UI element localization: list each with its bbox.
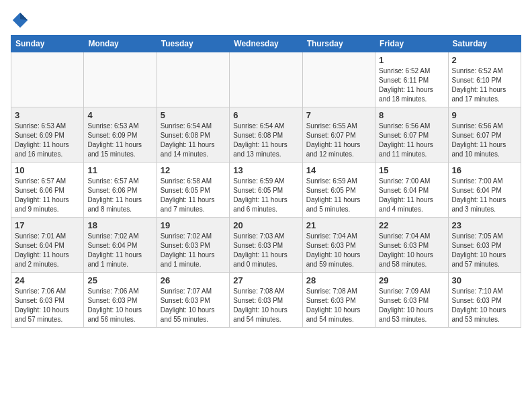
day-number: 4 <box>87 110 152 120</box>
day-detail: Sunrise: 6:53 AM Sunset: 6:09 PM Dayligh… <box>15 122 80 159</box>
day-number: 12 <box>161 165 226 175</box>
calendar-day <box>11 52 84 107</box>
weekday-header-sunday: Sunday <box>11 36 84 52</box>
calendar-day: 30Sunrise: 7:10 AM Sunset: 6:03 PM Dayli… <box>448 273 521 328</box>
day-detail: Sunrise: 7:02 AM Sunset: 6:04 PM Dayligh… <box>87 232 152 269</box>
weekday-header-saturday: Saturday <box>448 36 521 52</box>
day-detail: Sunrise: 7:00 AM Sunset: 6:04 PM Dayligh… <box>379 177 444 214</box>
calendar-day: 29Sunrise: 7:09 AM Sunset: 6:03 PM Dayli… <box>375 273 448 328</box>
day-number: 26 <box>161 275 226 285</box>
calendar-day: 15Sunrise: 7:00 AM Sunset: 6:04 PM Dayli… <box>375 163 448 218</box>
day-detail: Sunrise: 6:59 AM Sunset: 6:05 PM Dayligh… <box>306 177 371 214</box>
day-detail: Sunrise: 7:04 AM Sunset: 6:03 PM Dayligh… <box>306 232 371 269</box>
day-detail: Sunrise: 6:59 AM Sunset: 6:05 PM Dayligh… <box>233 177 298 214</box>
calendar-day: 24Sunrise: 7:06 AM Sunset: 6:03 PM Dayli… <box>11 273 84 328</box>
calendar-day: 17Sunrise: 7:01 AM Sunset: 6:04 PM Dayli… <box>11 218 84 273</box>
weekday-header-friday: Friday <box>375 36 448 52</box>
day-detail: Sunrise: 7:04 AM Sunset: 6:03 PM Dayligh… <box>379 232 444 269</box>
calendar-day: 7Sunrise: 6:55 AM Sunset: 6:07 PM Daylig… <box>302 107 375 163</box>
logo-icon <box>11 11 30 30</box>
day-number: 11 <box>87 165 152 175</box>
weekday-header-wednesday: Wednesday <box>230 36 302 52</box>
calendar-day: 16Sunrise: 7:00 AM Sunset: 6:04 PM Dayli… <box>448 163 521 218</box>
day-detail: Sunrise: 6:58 AM Sunset: 6:05 PM Dayligh… <box>161 177 226 214</box>
week-row-5: 24Sunrise: 7:06 AM Sunset: 6:03 PM Dayli… <box>11 273 521 328</box>
day-number: 20 <box>233 220 298 230</box>
day-number: 28 <box>306 275 371 285</box>
day-detail: Sunrise: 6:52 AM Sunset: 6:11 PM Dayligh… <box>379 66 444 104</box>
day-detail: Sunrise: 7:08 AM Sunset: 6:03 PM Dayligh… <box>233 287 298 324</box>
calendar-day: 2Sunrise: 6:52 AM Sunset: 6:10 PM Daylig… <box>448 52 521 107</box>
logo <box>11 11 32 30</box>
day-detail: Sunrise: 6:57 AM Sunset: 6:06 PM Dayligh… <box>87 177 152 214</box>
day-detail: Sunrise: 7:10 AM Sunset: 6:03 PM Dayligh… <box>452 287 517 324</box>
calendar-day <box>302 52 375 107</box>
day-number: 9 <box>452 110 517 120</box>
calendar-day: 9Sunrise: 6:56 AM Sunset: 6:07 PM Daylig… <box>448 107 521 163</box>
day-number: 27 <box>233 275 298 285</box>
day-number: 24 <box>15 275 80 285</box>
weekday-header-monday: Monday <box>84 36 157 52</box>
day-number: 15 <box>379 165 444 175</box>
day-number: 25 <box>87 275 152 285</box>
calendar-day: 21Sunrise: 7:04 AM Sunset: 6:03 PM Dayli… <box>302 218 375 273</box>
calendar-day: 28Sunrise: 7:08 AM Sunset: 6:03 PM Dayli… <box>302 273 375 328</box>
svg-marker-1 <box>20 13 28 20</box>
week-row-3: 10Sunrise: 6:57 AM Sunset: 6:06 PM Dayli… <box>11 163 521 218</box>
day-detail: Sunrise: 6:54 AM Sunset: 6:08 PM Dayligh… <box>161 122 226 159</box>
calendar-day: 8Sunrise: 6:56 AM Sunset: 6:07 PM Daylig… <box>375 107 448 163</box>
calendar-day: 11Sunrise: 6:57 AM Sunset: 6:06 PM Dayli… <box>84 163 157 218</box>
calendar-day: 27Sunrise: 7:08 AM Sunset: 6:03 PM Dayli… <box>230 273 302 328</box>
day-number: 23 <box>452 220 517 230</box>
day-detail: Sunrise: 7:06 AM Sunset: 6:03 PM Dayligh… <box>15 287 80 324</box>
week-row-1: 1Sunrise: 6:52 AM Sunset: 6:11 PM Daylig… <box>11 52 521 107</box>
calendar-day: 4Sunrise: 6:53 AM Sunset: 6:09 PM Daylig… <box>84 107 157 163</box>
day-detail: Sunrise: 7:05 AM Sunset: 6:03 PM Dayligh… <box>452 232 517 269</box>
day-number: 16 <box>452 165 517 175</box>
day-number: 5 <box>161 110 226 120</box>
calendar-day: 25Sunrise: 7:06 AM Sunset: 6:03 PM Dayli… <box>84 273 157 328</box>
day-detail: Sunrise: 7:08 AM Sunset: 6:03 PM Dayligh… <box>306 287 371 324</box>
day-detail: Sunrise: 7:03 AM Sunset: 6:03 PM Dayligh… <box>233 232 298 269</box>
calendar-day: 23Sunrise: 7:05 AM Sunset: 6:03 PM Dayli… <box>448 218 521 273</box>
day-number: 19 <box>161 220 226 230</box>
weekday-header-row: SundayMondayTuesdayWednesdayThursdayFrid… <box>11 36 521 52</box>
calendar-day: 13Sunrise: 6:59 AM Sunset: 6:05 PM Dayli… <box>230 163 302 218</box>
calendar-day <box>230 52 302 107</box>
calendar-day: 14Sunrise: 6:59 AM Sunset: 6:05 PM Dayli… <box>302 163 375 218</box>
calendar-day: 12Sunrise: 6:58 AM Sunset: 6:05 PM Dayli… <box>157 163 229 218</box>
weekday-header-thursday: Thursday <box>302 36 375 52</box>
calendar-day: 19Sunrise: 7:02 AM Sunset: 6:03 PM Dayli… <box>157 218 229 273</box>
calendar-day: 18Sunrise: 7:02 AM Sunset: 6:04 PM Dayli… <box>84 218 157 273</box>
calendar-day <box>84 52 157 107</box>
calendar-day: 10Sunrise: 6:57 AM Sunset: 6:06 PM Dayli… <box>11 163 84 218</box>
calendar-day: 5Sunrise: 6:54 AM Sunset: 6:08 PM Daylig… <box>157 107 229 163</box>
calendar-day: 6Sunrise: 6:54 AM Sunset: 6:08 PM Daylig… <box>230 107 302 163</box>
day-detail: Sunrise: 6:53 AM Sunset: 6:09 PM Dayligh… <box>87 122 152 159</box>
day-number: 14 <box>306 165 371 175</box>
day-detail: Sunrise: 6:54 AM Sunset: 6:08 PM Dayligh… <box>233 122 298 159</box>
calendar-day: 20Sunrise: 7:03 AM Sunset: 6:03 PM Dayli… <box>230 218 302 273</box>
day-detail: Sunrise: 6:55 AM Sunset: 6:07 PM Dayligh… <box>306 122 371 159</box>
day-number: 7 <box>306 110 371 120</box>
day-number: 30 <box>452 275 517 285</box>
day-detail: Sunrise: 7:06 AM Sunset: 6:03 PM Dayligh… <box>87 287 152 324</box>
week-row-4: 17Sunrise: 7:01 AM Sunset: 6:04 PM Dayli… <box>11 218 521 273</box>
day-number: 10 <box>15 165 80 175</box>
day-detail: Sunrise: 7:02 AM Sunset: 6:03 PM Dayligh… <box>161 232 226 269</box>
week-row-2: 3Sunrise: 6:53 AM Sunset: 6:09 PM Daylig… <box>11 107 521 163</box>
calendar-day: 26Sunrise: 7:07 AM Sunset: 6:03 PM Dayli… <box>157 273 229 328</box>
calendar-day <box>157 52 229 107</box>
day-number: 1 <box>379 55 444 65</box>
day-detail: Sunrise: 7:00 AM Sunset: 6:04 PM Dayligh… <box>452 177 517 214</box>
day-detail: Sunrise: 6:56 AM Sunset: 6:07 PM Dayligh… <box>379 122 444 159</box>
day-detail: Sunrise: 7:07 AM Sunset: 6:03 PM Dayligh… <box>161 287 226 324</box>
calendar-day: 22Sunrise: 7:04 AM Sunset: 6:03 PM Dayli… <box>375 218 448 273</box>
day-number: 21 <box>306 220 371 230</box>
day-detail: Sunrise: 7:09 AM Sunset: 6:03 PM Dayligh… <box>379 287 444 324</box>
day-detail: Sunrise: 6:56 AM Sunset: 6:07 PM Dayligh… <box>452 122 517 159</box>
day-number: 6 <box>233 110 298 120</box>
calendar-table: SundayMondayTuesdayWednesdayThursdayFrid… <box>11 35 521 328</box>
calendar-day: 3Sunrise: 6:53 AM Sunset: 6:09 PM Daylig… <box>11 107 84 163</box>
weekday-header-tuesday: Tuesday <box>157 36 229 52</box>
